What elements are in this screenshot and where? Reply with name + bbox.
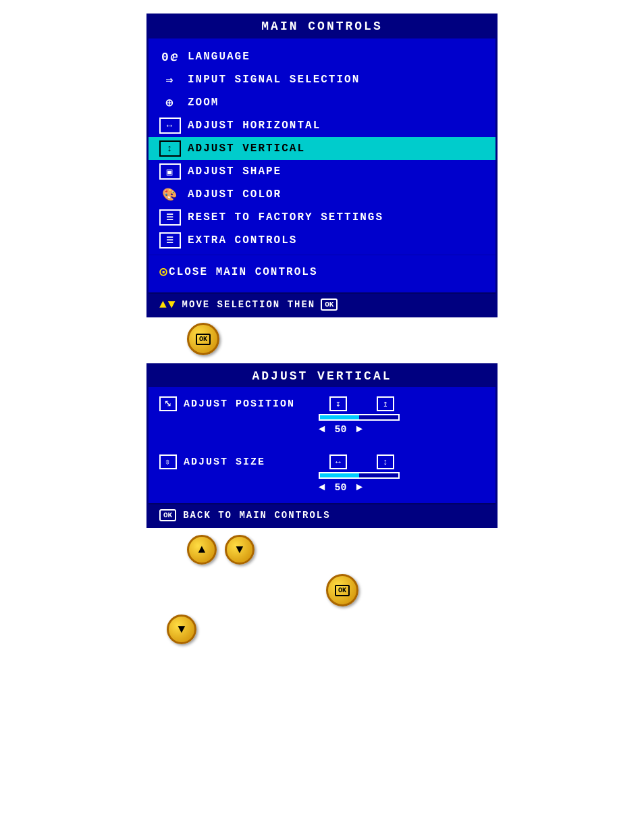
size-expand-icon: ↕ bbox=[377, 454, 394, 469]
size-shrink-icon: ↔ bbox=[329, 454, 347, 469]
position-left-arrow[interactable]: ◄ bbox=[319, 423, 325, 436]
ok-gold-label-2: OK bbox=[335, 585, 350, 596]
back-label: BACK TO MAIN CONTROLS bbox=[183, 510, 330, 521]
ok-button-row: OK bbox=[146, 571, 498, 609]
last-down-arrow-button[interactable]: ▼ bbox=[167, 615, 196, 644]
position-down-icon: ↧ bbox=[329, 396, 347, 411]
menu-item-shape-label: ADJUST SHAPE bbox=[188, 165, 281, 178]
up-arrow-button[interactable]: ▲ bbox=[187, 535, 217, 565]
position-slider-fill bbox=[320, 415, 359, 419]
language-icon: 0‌ⅇ bbox=[159, 49, 181, 65]
adjust-position-label-group: ⤡ ADJUST POSITION bbox=[159, 396, 321, 411]
position-nav-row: ◄ 50 ► bbox=[319, 423, 400, 436]
adjust-shape-icon: ▣ bbox=[159, 163, 181, 180]
main-controls-bottom-bar: ▲▼ MOVE SELECTION THEN OK bbox=[149, 292, 495, 315]
adjust-position-row: ⤡ ADJUST POSITION ↧ ↥ bbox=[149, 387, 495, 414]
reset-icon: ☰ bbox=[159, 209, 181, 226]
position-slider-track[interactable] bbox=[319, 414, 400, 421]
adjust-size-row: ⇳ ADJUST SIZE ↔ ↕ bbox=[149, 445, 495, 472]
size-slider-track[interactable] bbox=[319, 472, 400, 479]
menu-item-adjust-color[interactable]: 🎨 ADJUST COLOR bbox=[149, 183, 495, 206]
adjust-horiz-icon: ↔ bbox=[159, 118, 181, 134]
menu-list: 0‌ⅇ LANGUAGE ⇒ INPUT SIGNAL SELECTION ⊕ … bbox=[149, 38, 495, 292]
size-icon: ⇳ bbox=[159, 454, 177, 469]
close-main-controls[interactable]: ⊙ CLOSE MAIN CONTROLS bbox=[149, 258, 495, 286]
menu-item-language-label: LANGUAGE bbox=[188, 51, 250, 63]
menu-item-horiz-label: ADJUST HORIZONTAL bbox=[188, 120, 321, 132]
size-value: 50 bbox=[331, 482, 351, 494]
menu-divider bbox=[149, 255, 495, 255]
zoom-icon: ⊕ bbox=[159, 95, 181, 111]
menu-item-input-signal[interactable]: ⇒ INPUT SIGNAL SELECTION bbox=[149, 68, 495, 91]
menu-item-language[interactable]: 0‌ⅇ LANGUAGE bbox=[149, 45, 495, 68]
last-arrow-row: ▼ bbox=[146, 609, 498, 644]
extra-icon: ☰ bbox=[159, 232, 181, 249]
size-left-arrow[interactable]: ◄ bbox=[319, 481, 325, 494]
menu-item-reset[interactable]: ☰ RESET TO FACTORY SETTINGS bbox=[149, 206, 495, 229]
move-icon-pair: ▲▼ bbox=[159, 298, 177, 311]
position-right-arrow[interactable]: ► bbox=[356, 423, 363, 436]
menu-item-adjust-vertical[interactable]: ↕ ADJUST VERTICAL bbox=[149, 137, 495, 160]
menu-item-vert-label: ADJUST VERTICAL bbox=[188, 142, 305, 155]
input-signal-icon: ⇒ bbox=[159, 72, 181, 88]
position-icons-right: ↧ ↥ bbox=[329, 396, 394, 411]
menu-item-color-label: ADJUST COLOR bbox=[188, 188, 281, 201]
position-label: ADJUST POSITION bbox=[184, 398, 295, 410]
position-up-icon: ↥ bbox=[377, 396, 394, 411]
menu-item-zoom-label: ZOOM bbox=[188, 97, 219, 109]
menu-item-extra[interactable]: ☰ EXTRA CONTROLS bbox=[149, 229, 495, 252]
position-value: 50 bbox=[331, 424, 351, 436]
menu-item-adjust-horizontal[interactable]: ↔ ADJUST HORIZONTAL bbox=[149, 114, 495, 137]
adjust-color-icon: 🎨 bbox=[159, 186, 181, 203]
down-arrow-button[interactable]: ▼ bbox=[225, 535, 254, 565]
ok-gold-button[interactable]: OK bbox=[187, 323, 219, 355]
bottom-ok-badge: OK bbox=[321, 298, 338, 311]
menu-item-zoom[interactable]: ⊕ ZOOM bbox=[149, 91, 495, 114]
adjust-vertical-panel: ADJUST VERTICAL ⤡ ADJUST POSITION ↧ ↥ bbox=[146, 363, 498, 528]
size-nav-row: ◄ 50 ► bbox=[319, 481, 400, 494]
main-controls-title: MAIN CONTROLS bbox=[149, 16, 495, 38]
ok-gold-label: OK bbox=[196, 334, 211, 345]
adjust-vertical-body: ⤡ ADJUST POSITION ↧ ↥ ◄ bbox=[149, 387, 495, 526]
menu-item-input-label: INPUT SIGNAL SELECTION bbox=[188, 74, 360, 86]
arrow-controls-row: ▲ ▼ bbox=[146, 528, 498, 571]
menu-item-reset-label: RESET TO FACTORY SETTINGS bbox=[188, 211, 383, 224]
position-icon: ⤡ bbox=[159, 396, 177, 411]
adjust-back-bar: OK BACK TO MAIN CONTROLS bbox=[149, 503, 495, 526]
size-slider-fill bbox=[320, 473, 359, 477]
ok-button-spacer: OK bbox=[146, 317, 498, 361]
adjust-vert-icon: ↕ bbox=[159, 140, 181, 157]
close-icon: ⊙ bbox=[159, 263, 169, 280]
size-icons-right: ↔ ↕ bbox=[329, 454, 394, 469]
close-label: CLOSE MAIN CONTROLS bbox=[169, 266, 317, 278]
position-slider-row: ◄ 50 ► bbox=[149, 414, 495, 445]
menu-item-adjust-shape[interactable]: ▣ ADJUST SHAPE bbox=[149, 160, 495, 183]
size-slider-row: ◄ 50 ► bbox=[149, 472, 495, 503]
adjust-vertical-title: ADJUST VERTICAL bbox=[149, 365, 495, 387]
menu-item-extra-label: EXTRA CONTROLS bbox=[188, 234, 297, 246]
bottom-bar-text: MOVE SELECTION THEN bbox=[182, 299, 316, 310]
back-ok-badge: OK bbox=[159, 509, 176, 521]
size-label: ADJUST SIZE bbox=[184, 457, 265, 468]
ok-gold-button-2[interactable]: OK bbox=[326, 574, 358, 606]
main-controls-panel: MAIN CONTROLS 0‌ⅇ LANGUAGE ⇒ INPUT SIGNA… bbox=[146, 14, 498, 317]
adjust-size-label-group: ⇳ ADJUST SIZE bbox=[159, 454, 321, 469]
size-right-arrow[interactable]: ► bbox=[356, 481, 363, 494]
